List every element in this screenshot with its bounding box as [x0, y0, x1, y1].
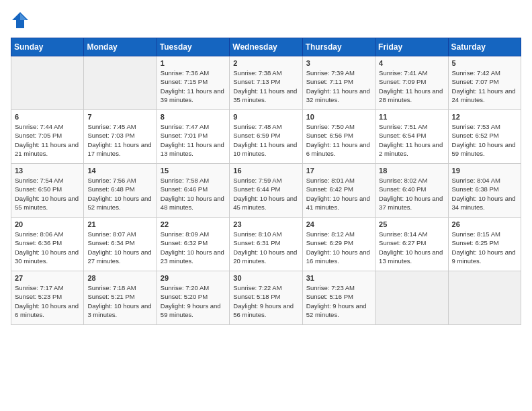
- day-info: Sunrise: 7:22 AM Sunset: 5:18 PM Dayligh…: [233, 283, 298, 319]
- calendar-cell: 26Sunrise: 8:15 AM Sunset: 6:25 PM Dayli…: [448, 218, 521, 271]
- day-number: 1: [161, 59, 226, 67]
- header-day-sunday: Sunday: [11, 38, 84, 56]
- day-info: Sunrise: 7:45 AM Sunset: 7:03 PM Dayligh…: [87, 122, 152, 158]
- day-info: Sunrise: 7:48 AM Sunset: 6:59 PM Dayligh…: [233, 122, 298, 158]
- calendar-cell: 6Sunrise: 7:44 AM Sunset: 7:05 PM Daylig…: [11, 110, 84, 164]
- calendar-week-2: 13Sunrise: 7:54 AM Sunset: 6:50 PM Dayli…: [11, 164, 521, 218]
- day-number: 21: [87, 220, 152, 228]
- day-number: 13: [15, 167, 80, 175]
- day-number: 11: [379, 113, 444, 121]
- header-day-thursday: Thursday: [302, 38, 375, 56]
- calendar-cell: 17Sunrise: 8:01 AM Sunset: 6:42 PM Dayli…: [302, 164, 375, 218]
- day-number: 17: [306, 167, 371, 175]
- day-number: 2: [233, 59, 298, 67]
- day-number: 22: [161, 220, 226, 228]
- svg-marker-1: [20, 13, 27, 20]
- header-day-monday: Monday: [84, 38, 157, 56]
- day-info: Sunrise: 8:14 AM Sunset: 6:27 PM Dayligh…: [379, 230, 444, 265]
- day-info: Sunrise: 8:06 AM Sunset: 6:36 PM Dayligh…: [15, 230, 80, 265]
- calendar-week-1: 6Sunrise: 7:44 AM Sunset: 7:05 PM Daylig…: [11, 110, 521, 164]
- calendar-cell: 21Sunrise: 8:07 AM Sunset: 6:34 PM Dayli…: [84, 218, 157, 271]
- day-number: 19: [452, 167, 517, 175]
- header-row: SundayMondayTuesdayWednesdayThursdayFrid…: [11, 38, 521, 56]
- day-info: Sunrise: 7:56 AM Sunset: 6:48 PM Dayligh…: [87, 176, 152, 212]
- calendar-cell: 18Sunrise: 8:02 AM Sunset: 6:40 PM Dayli…: [375, 164, 448, 218]
- day-number: 26: [452, 220, 517, 228]
- calendar-cell: 8Sunrise: 7:47 AM Sunset: 7:01 PM Daylig…: [157, 110, 229, 164]
- calendar-cell: 1Sunrise: 7:36 AM Sunset: 7:15 PM Daylig…: [157, 56, 229, 110]
- day-number: 9: [233, 113, 298, 121]
- day-number: 27: [15, 274, 80, 282]
- page-header: [11, 11, 521, 30]
- calendar-body: 1Sunrise: 7:36 AM Sunset: 7:15 PM Daylig…: [11, 56, 521, 325]
- calendar-cell: 30Sunrise: 7:22 AM Sunset: 5:18 PM Dayli…: [230, 271, 302, 325]
- day-number: 25: [379, 220, 444, 228]
- calendar-week-3: 20Sunrise: 8:06 AM Sunset: 6:36 PM Dayli…: [11, 218, 521, 271]
- day-number: 16: [233, 167, 298, 175]
- calendar-cell: 27Sunrise: 7:17 AM Sunset: 5:23 PM Dayli…: [11, 271, 84, 325]
- day-number: 8: [161, 113, 226, 121]
- day-info: Sunrise: 7:42 AM Sunset: 7:07 PM Dayligh…: [452, 68, 517, 104]
- calendar-header: SundayMondayTuesdayWednesdayThursdayFrid…: [11, 38, 521, 56]
- calendar-cell: 25Sunrise: 8:14 AM Sunset: 6:27 PM Dayli…: [375, 218, 448, 271]
- day-info: Sunrise: 8:12 AM Sunset: 6:29 PM Dayligh…: [306, 230, 371, 265]
- calendar-cell: 20Sunrise: 8:06 AM Sunset: 6:36 PM Dayli…: [11, 218, 84, 271]
- calendar-cell: 10Sunrise: 7:50 AM Sunset: 6:56 PM Dayli…: [302, 110, 375, 164]
- calendar-cell: 13Sunrise: 7:54 AM Sunset: 6:50 PM Dayli…: [11, 164, 84, 218]
- day-number: 3: [306, 59, 371, 67]
- day-number: 29: [161, 274, 226, 282]
- day-info: Sunrise: 7:17 AM Sunset: 5:23 PM Dayligh…: [15, 283, 80, 319]
- day-number: 7: [87, 113, 152, 121]
- calendar-cell: 9Sunrise: 7:48 AM Sunset: 6:59 PM Daylig…: [230, 110, 302, 164]
- day-number: 20: [15, 220, 80, 228]
- day-info: Sunrise: 8:07 AM Sunset: 6:34 PM Dayligh…: [87, 230, 152, 265]
- calendar-cell: 24Sunrise: 8:12 AM Sunset: 6:29 PM Dayli…: [302, 218, 375, 271]
- day-number: 6: [15, 113, 80, 121]
- day-number: 10: [306, 113, 371, 121]
- day-info: Sunrise: 7:50 AM Sunset: 6:56 PM Dayligh…: [306, 122, 371, 158]
- day-info: Sunrise: 7:38 AM Sunset: 7:13 PM Dayligh…: [233, 68, 298, 104]
- day-info: Sunrise: 8:02 AM Sunset: 6:40 PM Dayligh…: [379, 176, 444, 212]
- day-info: Sunrise: 7:58 AM Sunset: 6:46 PM Dayligh…: [161, 176, 226, 212]
- day-info: Sunrise: 7:51 AM Sunset: 6:54 PM Dayligh…: [379, 122, 444, 158]
- day-info: Sunrise: 7:54 AM Sunset: 6:50 PM Dayligh…: [15, 176, 80, 212]
- day-number: 14: [87, 167, 152, 175]
- calendar-cell: 29Sunrise: 7:20 AM Sunset: 5:20 PM Dayli…: [157, 271, 229, 325]
- day-info: Sunrise: 8:01 AM Sunset: 6:42 PM Dayligh…: [306, 176, 371, 212]
- calendar-table: SundayMondayTuesdayWednesdayThursdayFrid…: [11, 38, 521, 325]
- calendar-cell: 4Sunrise: 7:41 AM Sunset: 7:09 PM Daylig…: [375, 56, 448, 110]
- logo-icon: [11, 11, 30, 30]
- calendar-cell: 31Sunrise: 7:23 AM Sunset: 5:16 PM Dayli…: [302, 271, 375, 325]
- calendar-week-4: 27Sunrise: 7:17 AM Sunset: 5:23 PM Dayli…: [11, 271, 521, 325]
- day-number: 23: [233, 220, 298, 228]
- calendar-cell: 22Sunrise: 8:09 AM Sunset: 6:32 PM Dayli…: [157, 218, 229, 271]
- calendar-cell: [448, 271, 521, 325]
- day-info: Sunrise: 7:47 AM Sunset: 7:01 PM Dayligh…: [161, 122, 226, 158]
- header-day-tuesday: Tuesday: [157, 38, 229, 56]
- calendar-cell: 12Sunrise: 7:53 AM Sunset: 6:52 PM Dayli…: [448, 110, 521, 164]
- calendar-cell: 16Sunrise: 7:59 AM Sunset: 6:44 PM Dayli…: [230, 164, 302, 218]
- day-number: 24: [306, 220, 371, 228]
- day-number: 5: [452, 59, 517, 67]
- calendar-cell: 15Sunrise: 7:58 AM Sunset: 6:46 PM Dayli…: [157, 164, 229, 218]
- day-number: 15: [161, 167, 226, 175]
- calendar-cell: 14Sunrise: 7:56 AM Sunset: 6:48 PM Dayli…: [84, 164, 157, 218]
- calendar-cell: 3Sunrise: 7:39 AM Sunset: 7:11 PM Daylig…: [302, 56, 375, 110]
- day-info: Sunrise: 7:41 AM Sunset: 7:09 PM Dayligh…: [379, 68, 444, 104]
- day-number: 18: [379, 167, 444, 175]
- day-number: 4: [379, 59, 444, 67]
- day-info: Sunrise: 7:44 AM Sunset: 7:05 PM Dayligh…: [15, 122, 80, 158]
- calendar-cell: 11Sunrise: 7:51 AM Sunset: 6:54 PM Dayli…: [375, 110, 448, 164]
- day-info: Sunrise: 7:23 AM Sunset: 5:16 PM Dayligh…: [306, 283, 371, 319]
- calendar-cell: [375, 271, 448, 325]
- day-info: Sunrise: 7:18 AM Sunset: 5:21 PM Dayligh…: [87, 283, 152, 319]
- day-number: 30: [233, 274, 298, 282]
- day-number: 28: [87, 274, 152, 282]
- calendar-cell: 5Sunrise: 7:42 AM Sunset: 7:07 PM Daylig…: [448, 56, 521, 110]
- day-info: Sunrise: 7:53 AM Sunset: 6:52 PM Dayligh…: [452, 122, 517, 158]
- day-info: Sunrise: 7:20 AM Sunset: 5:20 PM Dayligh…: [161, 283, 226, 319]
- day-info: Sunrise: 8:10 AM Sunset: 6:31 PM Dayligh…: [233, 230, 298, 265]
- day-info: Sunrise: 7:39 AM Sunset: 7:11 PM Dayligh…: [306, 68, 371, 104]
- day-info: Sunrise: 8:09 AM Sunset: 6:32 PM Dayligh…: [161, 230, 226, 265]
- header-day-wednesday: Wednesday: [230, 38, 302, 56]
